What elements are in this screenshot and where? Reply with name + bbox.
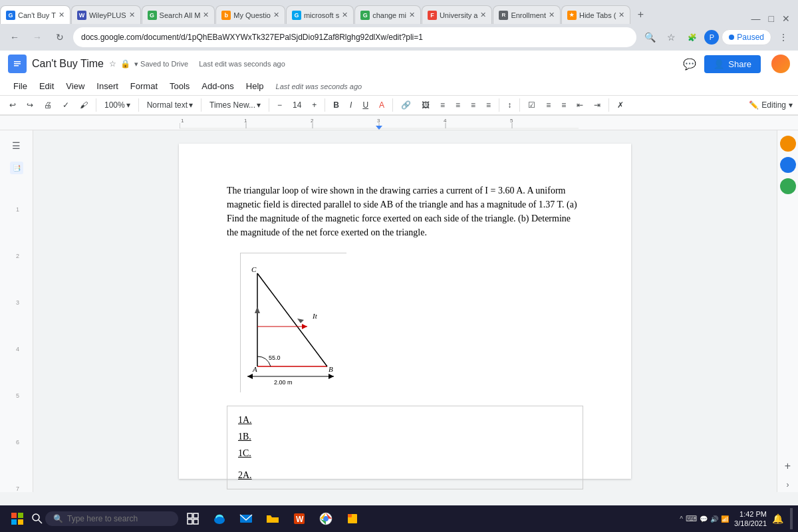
- underline-button[interactable]: U: [358, 98, 372, 112]
- tab-close-myquestions[interactable]: ✕: [271, 11, 279, 19]
- share-button[interactable]: 👤 Share: [704, 55, 761, 73]
- tab-myquestions[interactable]: b My Questio ✕: [215, 5, 285, 24]
- tab-close-university[interactable]: ✕: [477, 11, 486, 19]
- align-justify[interactable]: ≡: [482, 98, 495, 112]
- bold-button[interactable]: B: [329, 98, 343, 112]
- line-spacing-button[interactable]: ↕: [503, 98, 515, 112]
- tab-close-search[interactable]: ✕: [200, 11, 209, 19]
- align-right[interactable]: ≡: [467, 98, 479, 112]
- show-desktop-button[interactable]: [790, 508, 793, 529]
- chevron-up-icon[interactable]: ^: [680, 515, 683, 523]
- problem-text[interactable]: The triangular loop of wire shown in the…: [227, 184, 583, 239]
- answer-1a[interactable]: 1A.: [238, 413, 572, 427]
- right-sidebar-icon-3[interactable]: [780, 178, 796, 194]
- taskbar-folder-icon[interactable]: [261, 507, 285, 531]
- text-color-button[interactable]: A: [375, 98, 388, 112]
- reload-button[interactable]: ↻: [51, 28, 69, 47]
- tab-close-wileyplus[interactable]: ✕: [126, 11, 135, 19]
- tab-search[interactable]: G Search All M ✕: [142, 5, 215, 24]
- taskbar-edge-icon[interactable]: [207, 507, 231, 531]
- profile-icon[interactable]: P: [704, 30, 719, 45]
- align-center[interactable]: ≡: [452, 98, 464, 112]
- clear-format-button[interactable]: ✗: [613, 98, 628, 112]
- menu-view[interactable]: View: [61, 78, 90, 94]
- tab-close-change[interactable]: ✕: [406, 11, 415, 19]
- tab-close-enrollment[interactable]: ✕: [546, 11, 555, 19]
- checklist-button[interactable]: ☑: [524, 98, 539, 112]
- bullet-list-button[interactable]: ≡: [542, 98, 555, 112]
- answer-1b[interactable]: 1B.: [238, 430, 572, 444]
- doc-area[interactable]: The triangular loop of wire shown in the…: [33, 130, 777, 492]
- right-sidebar-icon-2[interactable]: [780, 157, 796, 173]
- style-dropdown[interactable]: Normal text ▾: [143, 98, 197, 112]
- numbered-list-button[interactable]: ≡: [557, 98, 570, 112]
- image-button[interactable]: 🖼: [418, 98, 434, 112]
- outline-icon[interactable]: ☰: [6, 136, 27, 156]
- menu-help[interactable]: Help: [241, 78, 269, 94]
- tab-active[interactable]: G Can't Buy T ✕: [0, 5, 70, 24]
- link-button[interactable]: 🔗: [397, 98, 415, 112]
- align-left[interactable]: ≡: [436, 98, 449, 112]
- print-button[interactable]: 🖨: [40, 98, 56, 112]
- search-icon[interactable]: 🔍: [640, 28, 659, 47]
- menu-edit[interactable]: Edit: [34, 78, 59, 94]
- taskbar-mail-icon[interactable]: [234, 507, 258, 531]
- chevron-right-icon[interactable]: ›: [787, 480, 789, 489]
- menu-addons[interactable]: Add-ons: [196, 78, 239, 94]
- menu-file[interactable]: File: [8, 78, 33, 94]
- bookmark-sidebar-icon[interactable]: 📑: [10, 162, 23, 174]
- editing-chevron[interactable]: ▾: [789, 100, 793, 110]
- tab-microsoft[interactable]: G microsoft s ✕: [286, 5, 354, 24]
- menu-insert[interactable]: Insert: [91, 78, 124, 94]
- tab-wileyplus[interactable]: W WileyPLUS ✕: [71, 5, 141, 24]
- maximize-button[interactable]: □: [766, 13, 777, 24]
- font-size-plus[interactable]: +: [308, 98, 321, 112]
- font-size-minus[interactable]: −: [273, 98, 286, 112]
- paint-format-button[interactable]: 🖌: [76, 98, 92, 112]
- bookmark-icon[interactable]: ☆: [662, 28, 680, 47]
- indent-button[interactable]: ⇥: [590, 98, 604, 112]
- taskbar-search-box[interactable]: 🔍: [45, 511, 178, 526]
- volume-icon[interactable]: 🔊: [710, 515, 718, 523]
- star-icon[interactable]: ☆: [109, 59, 116, 68]
- taskbar-files-icon[interactable]: [340, 507, 364, 531]
- right-sidebar-icon-1[interactable]: [780, 136, 796, 152]
- spellcheck-button[interactable]: ✓: [59, 98, 73, 112]
- tab-close-active[interactable]: ✕: [56, 11, 65, 19]
- new-tab-button[interactable]: +: [631, 5, 650, 24]
- plus-button[interactable]: +: [785, 460, 791, 472]
- speech-bubble-icon[interactable]: 💬: [700, 515, 708, 523]
- taskbar-time[interactable]: 1:42 PM 3/18/2021: [734, 509, 767, 529]
- windows-start-button[interactable]: [5, 507, 29, 531]
- notification-button[interactable]: 🔔: [772, 513, 783, 524]
- menu-format[interactable]: Format: [125, 78, 163, 94]
- taskbar-search-icon[interactable]: [32, 507, 43, 531]
- keyboard-icon[interactable]: ⌨: [686, 514, 697, 523]
- menu-dots-icon[interactable]: ⋮: [774, 28, 793, 47]
- lock-icon[interactable]: 🔒: [120, 59, 130, 68]
- tab-change[interactable]: G change mi ✕: [354, 5, 421, 24]
- taskview-button[interactable]: [181, 507, 205, 531]
- user-avatar[interactable]: [771, 55, 790, 73]
- undo-button[interactable]: ↩: [5, 98, 20, 112]
- italic-button[interactable]: I: [346, 98, 356, 112]
- extensions-icon[interactable]: 🧩: [683, 28, 702, 47]
- wifi-icon[interactable]: 📶: [721, 515, 729, 523]
- forward-button[interactable]: →: [28, 28, 47, 47]
- font-dropdown[interactable]: Times New... ▾: [205, 98, 265, 112]
- answer-1c[interactable]: 1C.: [238, 446, 572, 460]
- close-button[interactable]: ✕: [779, 13, 793, 24]
- font-size-value[interactable]: 14: [289, 98, 305, 112]
- tab-close-hidetabs[interactable]: ✕: [616, 11, 624, 19]
- taskbar-office-icon[interactable]: W: [287, 507, 311, 531]
- outdent-button[interactable]: ⇤: [573, 98, 587, 112]
- taskbar-chrome-icon[interactable]: [314, 507, 338, 531]
- tab-enrollment[interactable]: R Enrollment ✕: [493, 5, 561, 24]
- back-button[interactable]: ←: [5, 28, 24, 47]
- zoom-dropdown[interactable]: 100% ▾: [100, 98, 134, 112]
- address-input[interactable]: [73, 27, 636, 47]
- minimize-button[interactable]: —: [749, 13, 763, 24]
- tab-hidetabs[interactable]: ★ Hide Tabs ( ✕: [561, 5, 630, 24]
- tab-university[interactable]: F University a ✕: [422, 5, 492, 24]
- search-input[interactable]: [67, 514, 160, 523]
